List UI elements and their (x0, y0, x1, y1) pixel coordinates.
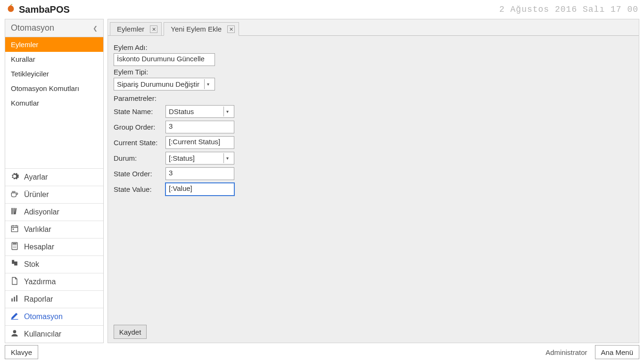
editor-body: Eylem Adı: İskonto Durumunu Güncelle Eyl… (108, 35, 639, 343)
save-button[interactable]: Kaydet (114, 325, 147, 339)
tab-strip: Eylemler✕Yeni Eylem Ekle✕ (108, 19, 639, 36)
svg-point-4 (14, 246, 15, 247)
param-input[interactable]: [:Value] (165, 183, 234, 196)
nav-item-ayarlar[interactable]: Ayarlar (5, 168, 103, 186)
param-label: State Value: (114, 185, 165, 193)
footer: Klavye Administrator Ana Menü (0, 346, 644, 362)
svg-point-3 (13, 246, 14, 247)
brand-icon (6, 3, 16, 16)
chevron-down-icon: ▾ (223, 153, 231, 163)
nav-item-label: Otomasyon (24, 313, 63, 321)
chevron-down-icon: ▾ (204, 79, 212, 89)
nav-item-hesaplar[interactable]: Hesaplar (5, 238, 103, 255)
nav-item-adisyonlar[interactable]: Adisyonlar (5, 203, 103, 221)
calendar-icon (10, 224, 19, 235)
nav-item-raporlar[interactable]: Raporlar (5, 290, 103, 308)
sidebar-sublist: EylemlerKurallarTetikleyicilerOtomasyon … (5, 37, 103, 110)
file-icon (10, 276, 19, 288)
param-input[interactable]: 3 (165, 121, 234, 133)
svg-rect-0 (13, 229, 14, 230)
svg-rect-11 (16, 295, 17, 301)
nav-item-label: Adisyonlar (24, 208, 59, 216)
nav-item-ürünler[interactable]: Ürünler (5, 186, 103, 203)
svg-point-8 (16, 247, 17, 248)
sidebar-header[interactable]: Otomasyon ❮ (5, 19, 103, 37)
nav-item-stok[interactable]: Stok (5, 255, 103, 273)
topbar: SambaPOS 2 Ağustos 2016 Salı 17 00 (0, 0, 644, 19)
books-icon (10, 206, 19, 218)
nav-item-label: Yazdırma (24, 278, 56, 286)
sidebar-item-kurallar[interactable]: Kurallar (5, 52, 103, 66)
svg-rect-10 (14, 297, 15, 302)
svg-point-6 (13, 247, 14, 248)
action-type-select[interactable]: Sipariş Durumunu Değiştir ▾ (114, 78, 215, 90)
action-name-input[interactable]: İskonto Durumunu Güncelle (114, 53, 215, 66)
param-input[interactable]: DStatus▾ (165, 105, 234, 118)
parameters-grid: State Name:DStatus▾Group Order:3Current … (114, 105, 633, 196)
tab-yeni-eylem-ekle[interactable]: Yeni Eylem Ekle✕ (164, 22, 239, 36)
bars-icon (10, 294, 19, 305)
gear-icon (10, 172, 19, 183)
param-label: State Order: (114, 170, 165, 178)
nav-item-label: Ürünler (24, 190, 49, 199)
keyboard-button[interactable]: Klavye (5, 345, 38, 359)
sidebar-item-komutlar[interactable]: Komutlar (5, 96, 103, 110)
parameters-label: Parametreler: (114, 94, 633, 102)
tab-eylemler[interactable]: Eylemler✕ (110, 22, 162, 36)
sidebar: Otomasyon ❮ EylemlerKurallarTetikleyicil… (5, 19, 104, 343)
param-label: Durum: (114, 154, 165, 162)
chevron-down-icon: ▾ (223, 107, 231, 116)
close-icon[interactable]: ✕ (150, 25, 157, 33)
nav-item-otomasyon[interactable]: Otomasyon (5, 308, 103, 325)
action-type-value: Sipariş Durumunu Değiştir (117, 80, 199, 88)
svg-rect-9 (11, 298, 13, 302)
nav-item-yazdırma[interactable]: Yazdırma (5, 273, 103, 290)
close-icon[interactable]: ✕ (227, 25, 235, 33)
param-label: State Name: (114, 107, 165, 115)
nav-item-label: Varlıklar (24, 225, 51, 234)
sidebar-nav: AyarlarÜrünlerAdisyonlarVarlıklarHesapla… (5, 168, 103, 343)
flag-icon (10, 259, 19, 270)
sidebar-item-tetikleyiciler[interactable]: Tetikleyiciler (5, 66, 103, 81)
tab-label: Yeni Eylem Ekle (171, 25, 222, 33)
main-menu-button[interactable]: Ana Menü (595, 345, 639, 359)
user-icon (10, 329, 19, 340)
svg-rect-2 (13, 243, 17, 245)
tab-label: Eylemler (117, 25, 144, 33)
param-value: DStatus (169, 107, 194, 115)
admin-label: Administrator (545, 348, 587, 356)
action-type-label: Eylem Tipi: (114, 68, 633, 76)
sidebar-item-otomasyon komutları[interactable]: Otomasyon Komutları (5, 81, 103, 96)
nav-item-label: Ayarlar (24, 173, 48, 181)
nav-item-label: Stok (24, 260, 39, 269)
svg-point-7 (14, 247, 15, 248)
calc-icon (10, 241, 19, 253)
brand-label: SambaPOS (19, 4, 70, 15)
nav-item-label: Hesaplar (24, 243, 54, 251)
svg-point-5 (16, 246, 17, 247)
cup-icon (10, 189, 19, 200)
brand: SambaPOS (6, 3, 70, 16)
param-label: Group Order: (114, 123, 165, 131)
nav-item-varlıklar[interactable]: Varlıklar (5, 221, 103, 238)
param-label: Current State: (114, 139, 165, 147)
editor-panel: Eylemler✕Yeni Eylem Ekle✕ Eylem Adı: İsk… (107, 19, 639, 343)
svg-point-12 (13, 330, 17, 333)
pencil-icon (10, 311, 19, 322)
sidebar-item-eylemler[interactable]: Eylemler (5, 37, 103, 52)
param-value: [:Status] (169, 154, 195, 162)
clock: 2 Ağustos 2016 Salı 17 00 (499, 5, 638, 14)
nav-item-kullanıcılar[interactable]: Kullanıcılar (5, 325, 103, 343)
nav-item-label: Raporlar (24, 295, 53, 304)
chevron-left-icon: ❮ (93, 25, 98, 32)
sidebar-title: Otomasyon (11, 23, 54, 33)
param-input[interactable]: [:Status]▾ (165, 152, 234, 165)
action-name-label: Eylem Adı: (114, 43, 633, 51)
param-input[interactable]: [:Current Status] (165, 136, 234, 149)
nav-item-label: Kullanıcılar (24, 330, 61, 338)
param-input[interactable]: 3 (165, 167, 234, 180)
